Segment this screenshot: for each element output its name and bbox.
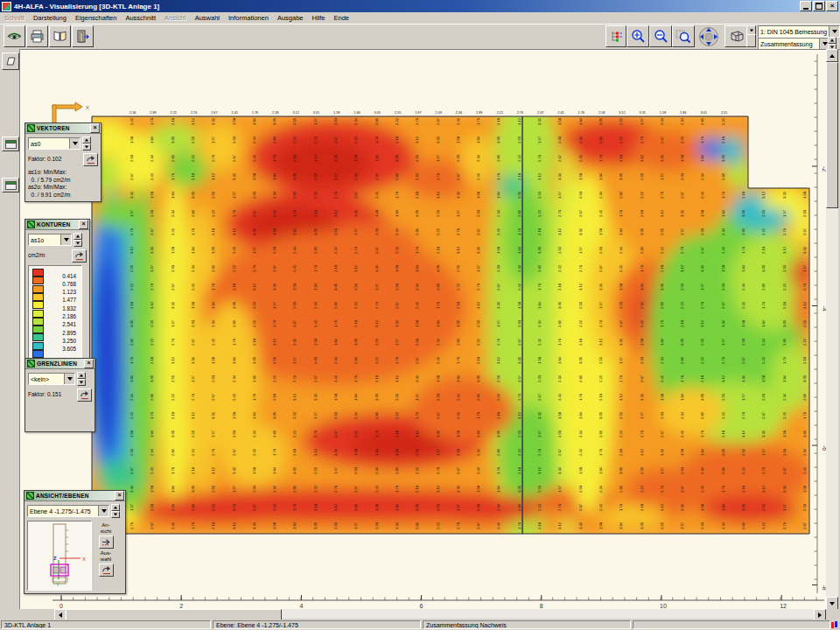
node-value-label: 3.12	[619, 393, 623, 401]
menu-item-hilfe[interactable]: Hilfe	[307, 13, 329, 23]
design-code-dropdown-icon[interactable]	[829, 26, 839, 37]
node-value-label: 2.34	[476, 448, 480, 456]
node-value-label: 2.34	[557, 374, 562, 382]
restore-panel-button-2[interactable]	[2, 178, 19, 192]
menu-item-eigenschaften[interactable]: Eigenschaften	[71, 13, 122, 23]
konturen-panel-titlebar[interactable]: KONTUREN ×	[25, 220, 89, 230]
properties-tree-button[interactable]	[606, 25, 626, 47]
report-button[interactable]	[49, 25, 71, 47]
section-preview[interactable]: Z X Y	[27, 521, 92, 591]
menu-item-auswahl[interactable]: Auswahl	[191, 13, 224, 23]
grenzlinien-close-icon[interactable]: ×	[84, 359, 94, 368]
drawing-canvas[interactable]: 2.342.411.582.032.673.311.972.763.122.55…	[19, 49, 826, 609]
menu-item-ausschnitt[interactable]: Ausschnitt	[121, 13, 160, 23]
scroll-down-button[interactable]	[826, 597, 838, 610]
spin-up-icon[interactable]	[77, 372, 86, 379]
vektoren-close-icon[interactable]: ×	[90, 123, 100, 133]
node-value-label: 3.05	[680, 338, 684, 346]
grenzlinien-spinner[interactable]	[77, 372, 86, 386]
node-value-label: 2.41	[557, 111, 564, 115]
node-value-label: 2.03	[660, 411, 664, 419]
vertical-scrollbar[interactable]	[826, 49, 838, 609]
spin-up-icon[interactable]	[82, 136, 91, 144]
node-value-label: 2.18	[537, 522, 542, 529]
minimize-button[interactable]	[800, 1, 812, 11]
vektoren-combo[interactable]: as0	[28, 137, 80, 150]
design-code-combo[interactable]: 1: DIN 1045 Bemessung	[758, 25, 840, 38]
node-value-label: 1.58	[130, 430, 134, 438]
menu-item-ende[interactable]: Ende	[330, 13, 354, 23]
node-value-label: 2.89	[598, 136, 603, 144]
auswahl-apply-button[interactable]	[99, 564, 114, 577]
close-button[interactable]: ×	[826, 1, 838, 11]
node-value-label: 2.34	[395, 522, 399, 529]
grenzlinien-redraw-button[interactable]	[77, 388, 92, 402]
view-3d-mini-scroll[interactable]	[746, 34, 756, 47]
plane-select-button[interactable]	[2, 52, 19, 70]
grenzlinien-combo[interactable]: <kein>	[28, 373, 75, 385]
zoom-out-button[interactable]	[649, 25, 672, 47]
maximize-button[interactable]	[813, 1, 825, 11]
vektoren-combo-dropdown-icon[interactable]	[69, 138, 80, 149]
konturen-close-icon[interactable]: ×	[79, 220, 88, 229]
node-value-label: 1.84	[557, 356, 562, 364]
zoom-in-button[interactable]	[626, 25, 649, 47]
zoom-window-button[interactable]	[672, 25, 695, 47]
node-value-label: 1.76	[619, 503, 623, 511]
exit-button[interactable]	[72, 25, 94, 47]
node-value-label: 2.55	[476, 319, 480, 327]
title-bar[interactable]: 4H-ALFA - Visualisierung [3D-KTL Anlage …	[0, 0, 840, 12]
node-value-label: 2.76	[496, 338, 500, 346]
grenzlinien-combo-dropdown-icon[interactable]	[64, 374, 74, 384]
node-value-label: 2.41	[252, 448, 256, 456]
print-button[interactable]	[26, 25, 48, 47]
node-value-label: 2.03	[456, 448, 460, 456]
ebene-combo[interactable]: Ebene 4 -1.275/-1.475	[27, 505, 109, 517]
ansicht-apply-button[interactable]	[99, 536, 114, 549]
grenzlinien-panel-titlebar[interactable]: GRENZLINIEN ×	[25, 359, 94, 369]
spin-down-icon[interactable]	[82, 144, 91, 150]
view-3d-box-button[interactable]	[724, 25, 747, 47]
ebene-combo-dropdown-icon[interactable]	[98, 506, 108, 516]
ansicht-panel-titlebar[interactable]: ANSICHT/EBENEN ×	[24, 491, 125, 501]
menu-item-darstellung[interactable]: Darstellung	[29, 13, 71, 23]
node-value-label: 2.76	[211, 154, 215, 162]
node-value-label: 2.41	[476, 172, 480, 180]
restore-panel-button-1[interactable]	[2, 136, 19, 151]
node-value-label: 2.34	[802, 448, 807, 456]
konturen-combo-dropdown-icon[interactable]	[60, 234, 71, 245]
ansicht-panel-title: ANSICHT/EBENEN	[36, 493, 115, 499]
view-eye-button[interactable]	[4, 25, 25, 47]
vektoren-spinner[interactable]	[82, 136, 91, 150]
result-set-combo[interactable]: Zusammenfassung	[758, 38, 830, 50]
konturen-redraw-button[interactable]	[72, 249, 87, 262]
spin-down-icon[interactable]	[111, 511, 120, 518]
horizontal-scrollbar[interactable]	[19, 609, 838, 620]
spin-down-icon[interactable]	[74, 240, 82, 247]
pan-navigation-pad[interactable]	[695, 24, 724, 49]
spin-up-icon[interactable]	[111, 504, 120, 511]
node-value-label: 3.31	[680, 209, 684, 217]
contour-plot[interactable]: 2.342.411.582.032.673.311.972.763.122.55…	[19, 49, 826, 609]
scroll-up-button[interactable]	[826, 49, 838, 62]
node-value-label: 3.05	[313, 522, 318, 529]
vektoren-panel-titlebar[interactable]: VEKTOREN ×	[25, 123, 101, 134]
vektoren-redraw-button[interactable]	[83, 153, 98, 166]
menu-item-ausgabe[interactable]: Ausgabe	[273, 13, 308, 23]
node-value-label: 2.76	[374, 301, 379, 309]
konturen-spinner[interactable]	[74, 233, 82, 247]
spin-down-icon[interactable]	[77, 379, 86, 386]
menu-item-informationen[interactable]: Informationen	[224, 13, 273, 23]
ansicht-close-icon[interactable]: ×	[115, 491, 124, 500]
spin-up-icon[interactable]	[828, 37, 836, 44]
spin-up-icon[interactable]	[74, 233, 82, 240]
ebene-spinner[interactable]	[111, 504, 120, 518]
node-value-label: 1.58	[211, 356, 215, 364]
vertical-scroll-thumb[interactable]	[826, 62, 838, 208]
node-value-label: 2.76	[333, 485, 338, 493]
node-value-label: 3.12	[252, 283, 256, 290]
node-value-label: 1.76	[517, 522, 522, 529]
node-value-label: 2.55	[313, 466, 318, 474]
konturen-combo[interactable]: as1o	[28, 234, 72, 246]
node-value-label: 3.12	[150, 301, 154, 309]
